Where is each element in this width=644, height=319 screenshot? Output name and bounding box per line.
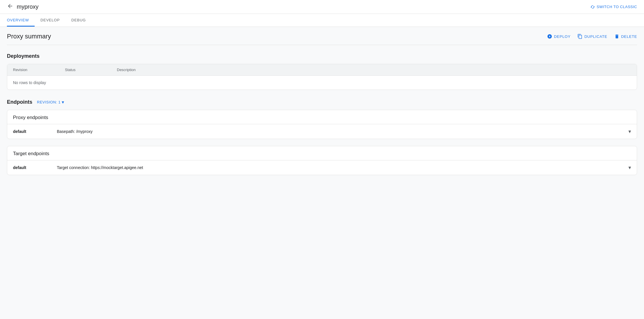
proxy-title: myproxy — [17, 3, 39, 10]
switch-to-classic-button[interactable]: SWITCH TO CLASSIC — [590, 5, 637, 9]
no-rows-message: No rows to display — [13, 80, 46, 85]
proxy-summary-title: Proxy summary — [7, 33, 51, 40]
proxy-endpoint-row-left: default Basepath: /myproxy — [13, 129, 93, 134]
duplicate-button[interactable]: DUPLICATE — [577, 34, 607, 39]
tab-debug[interactable]: DEBUG — [71, 14, 91, 27]
switch-classic-label: SWITCH TO CLASSIC — [597, 5, 637, 9]
col-revision: Revision — [13, 68, 65, 72]
chevron-down-icon: ▾ — [62, 99, 64, 105]
main-content: Proxy summary DEPLOY DUPLICATE — [0, 27, 644, 317]
deploy-button[interactable]: DEPLOY — [547, 34, 571, 39]
target-endpoints-title: Target endpoints — [7, 146, 637, 160]
proxy-endpoint-expand-icon: ▾ — [628, 128, 631, 135]
endpoints-section: Endpoints REVISION: 1 ▾ Proxy endpoints … — [7, 99, 637, 175]
tab-overview[interactable]: OVERVIEW — [7, 14, 35, 27]
endpoints-header: Endpoints REVISION: 1 ▾ — [7, 99, 637, 105]
target-endpoints-card: Target endpoints default Target connecti… — [7, 146, 637, 175]
top-bar: myproxy SWITCH TO CLASSIC — [0, 0, 644, 14]
delete-label: DELETE — [621, 34, 637, 39]
back-button[interactable] — [7, 3, 13, 11]
proxy-endpoints-card: Proxy endpoints default Basepath: /mypro… — [7, 110, 637, 139]
revision-label: REVISION: 1 — [37, 100, 61, 104]
tabs-bar: OVERVIEW DEVELOP DEBUG — [0, 14, 644, 27]
table-body: No rows to display — [7, 76, 637, 90]
top-bar-left: myproxy — [7, 3, 39, 11]
col-status: Status — [65, 68, 117, 72]
deployments-section: Deployments Revision Status Description … — [7, 53, 637, 90]
target-endpoint-detail: Target connection: https://mocktarget.ap… — [57, 165, 143, 170]
target-endpoint-expand-icon: ▾ — [628, 164, 631, 171]
target-endpoint-name: default — [13, 165, 48, 170]
target-endpoint-row-left: default Target connection: https://mockt… — [13, 165, 143, 170]
deployments-table: Revision Status Description No rows to d… — [7, 64, 637, 90]
tab-develop[interactable]: DEVELOP — [40, 14, 65, 27]
deploy-label: DEPLOY — [554, 34, 571, 39]
proxy-endpoints-title: Proxy endpoints — [7, 110, 637, 124]
deployments-title: Deployments — [7, 53, 637, 59]
target-endpoint-row-default[interactable]: default Target connection: https://mockt… — [7, 160, 637, 175]
proxy-endpoint-name: default — [13, 129, 48, 134]
delete-button[interactable]: DELETE — [614, 34, 637, 39]
endpoints-title: Endpoints — [7, 99, 32, 105]
revision-dropdown[interactable]: REVISION: 1 ▾ — [37, 99, 64, 105]
proxy-endpoint-row-default[interactable]: default Basepath: /myproxy ▾ — [7, 124, 637, 139]
proxy-summary-header: Proxy summary DEPLOY DUPLICATE — [7, 27, 637, 45]
duplicate-label: DUPLICATE — [584, 34, 607, 39]
table-header: Revision Status Description — [7, 64, 637, 76]
col-description: Description — [117, 68, 631, 72]
proxy-endpoint-detail: Basepath: /myproxy — [57, 129, 93, 134]
action-buttons: DEPLOY DUPLICATE DELETE — [547, 34, 637, 39]
